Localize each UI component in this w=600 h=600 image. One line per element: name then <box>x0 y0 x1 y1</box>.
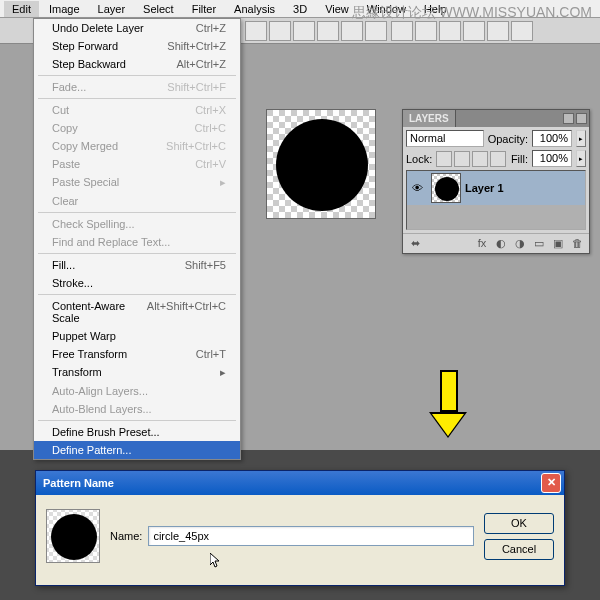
layer-thumbnail[interactable] <box>431 173 461 203</box>
distribute-icon[interactable] <box>511 21 533 41</box>
dialog-title: Pattern Name <box>39 477 114 489</box>
menu-free-transform[interactable]: Free TransformCtrl+T <box>34 345 240 363</box>
menu-layer[interactable]: Layer <box>90 1 134 17</box>
layer-list: 👁 Layer 1 <box>406 170 586 230</box>
menu-3d[interactable]: 3D <box>285 1 315 17</box>
menu-edit[interactable]: Edit <box>4 1 39 17</box>
circle-shape <box>276 119 368 211</box>
tutorial-arrow-icon <box>440 370 467 438</box>
distribute-icon[interactable] <box>487 21 509 41</box>
distribute-icon[interactable] <box>391 21 413 41</box>
menu-cut: CutCtrl+X <box>34 101 240 119</box>
panel-menu-icon[interactable] <box>563 113 574 124</box>
panel-close-icon[interactable] <box>576 113 587 124</box>
trash-icon[interactable]: 🗑 <box>569 237 585 251</box>
pattern-name-input[interactable] <box>148 526 474 546</box>
align-icon[interactable] <box>269 21 291 41</box>
name-label: Name: <box>110 530 142 542</box>
align-icon[interactable] <box>245 21 267 41</box>
watermark: 思緣设计论坛 WWW.MISSYUAN.COM <box>352 4 592 22</box>
lock-pixels-icon[interactable] <box>454 151 470 167</box>
opacity-label: Opacity: <box>488 133 528 145</box>
menu-clear: Clear <box>34 192 240 210</box>
new-layer-icon[interactable]: ▣ <box>550 237 566 251</box>
menu-find-replace: Find and Replace Text... <box>34 233 240 251</box>
menu-stroke[interactable]: Stroke... <box>34 274 240 292</box>
menu-step-forward[interactable]: Step ForwardShift+Ctrl+Z <box>34 37 240 55</box>
edit-dropdown-menu: Undo Delete LayerCtrl+Z Step ForwardShif… <box>33 18 241 460</box>
menu-content-aware-scale[interactable]: Content-Aware ScaleAlt+Shift+Ctrl+C <box>34 297 240 327</box>
layers-tab[interactable]: LAYERS <box>403 110 456 127</box>
pattern-preview <box>46 509 100 563</box>
group-icon[interactable]: ▭ <box>531 237 547 251</box>
menu-fade: Fade...Shift+Ctrl+F <box>34 78 240 96</box>
layer-name[interactable]: Layer 1 <box>465 182 504 194</box>
cursor-icon <box>210 553 222 569</box>
pattern-name-dialog: Pattern Name ✕ Name: OK Cancel <box>35 470 565 586</box>
menu-step-backward[interactable]: Step BackwardAlt+Ctrl+Z <box>34 55 240 73</box>
link-icon[interactable]: ⬌ <box>407 237 423 251</box>
menu-image[interactable]: Image <box>41 1 88 17</box>
adjustment-icon[interactable]: ◑ <box>512 237 528 251</box>
menu-define-brush[interactable]: Define Brush Preset... <box>34 423 240 441</box>
menu-copy: CopyCtrl+C <box>34 119 240 137</box>
distribute-icon[interactable] <box>463 21 485 41</box>
cancel-button[interactable]: Cancel <box>484 539 554 560</box>
fill-input[interactable]: 100% <box>532 150 572 167</box>
fx-icon[interactable]: fx <box>474 237 490 251</box>
fill-label: Fill: <box>511 153 528 165</box>
ok-button[interactable]: OK <box>484 513 554 534</box>
lock-position-icon[interactable] <box>472 151 488 167</box>
align-icon[interactable] <box>293 21 315 41</box>
menu-select[interactable]: Select <box>135 1 182 17</box>
opacity-input[interactable]: 100% <box>532 130 572 147</box>
menu-auto-align: Auto-Align Layers... <box>34 382 240 400</box>
visibility-eye-icon[interactable]: 👁 <box>407 182 427 194</box>
opacity-arrow-icon[interactable]: ▸ <box>576 130 586 147</box>
align-icon[interactable] <box>365 21 387 41</box>
menu-paste-special: Paste Special▸ <box>34 173 240 192</box>
distribute-icon[interactable] <box>415 21 437 41</box>
align-icon[interactable] <box>341 21 363 41</box>
menu-copy-merged: Copy MergedShift+Ctrl+C <box>34 137 240 155</box>
menu-check-spelling: Check Spelling... <box>34 215 240 233</box>
fill-arrow-icon[interactable]: ▸ <box>576 150 586 167</box>
layers-panel: LAYERS Normal Opacity: 100% ▸ Lock: <box>402 109 590 254</box>
menu-define-pattern[interactable]: Define Pattern... <box>34 441 240 459</box>
menu-auto-blend: Auto-Blend Layers... <box>34 400 240 418</box>
dialog-titlebar[interactable]: Pattern Name ✕ <box>36 471 564 495</box>
menu-paste: PasteCtrl+V <box>34 155 240 173</box>
layer-row[interactable]: 👁 Layer 1 <box>407 171 585 205</box>
mask-icon[interactable]: ◐ <box>493 237 509 251</box>
menu-fill[interactable]: Fill...Shift+F5 <box>34 256 240 274</box>
menu-puppet-warp[interactable]: Puppet Warp <box>34 327 240 345</box>
close-icon[interactable]: ✕ <box>541 473 561 493</box>
align-icon[interactable] <box>317 21 339 41</box>
menu-analysis[interactable]: Analysis <box>226 1 283 17</box>
lock-transparent-icon[interactable] <box>436 151 452 167</box>
menu-transform[interactable]: Transform▸ <box>34 363 240 382</box>
menu-undo[interactable]: Undo Delete LayerCtrl+Z <box>34 19 240 37</box>
distribute-icon[interactable] <box>439 21 461 41</box>
lock-label: Lock: <box>406 153 432 165</box>
lock-all-icon[interactable] <box>490 151 506 167</box>
blend-mode-select[interactable]: Normal <box>406 130 484 147</box>
document-canvas[interactable] <box>266 109 376 219</box>
menu-filter[interactable]: Filter <box>184 1 224 17</box>
